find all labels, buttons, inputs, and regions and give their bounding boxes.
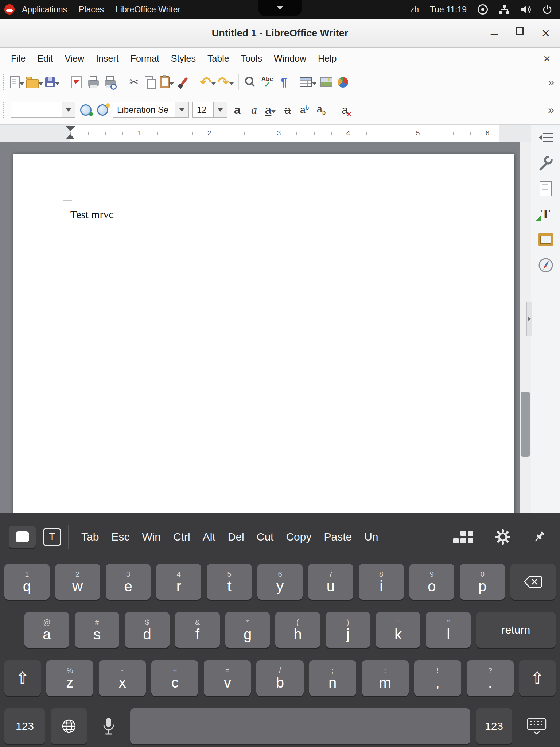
top-bar-dropdown[interactable] — [258, 0, 302, 16]
print-button[interactable] — [85, 72, 101, 92]
backspace-key[interactable] — [510, 564, 556, 600]
key-o[interactable]: 9o — [409, 564, 455, 600]
shift-key-left[interactable]: ⇧ — [4, 660, 41, 696]
key-d[interactable]: $d — [125, 612, 170, 648]
extra-key-copy[interactable]: Copy — [280, 531, 318, 543]
horizontal-ruler[interactable]: L 1 2 3 4 5 6 — [0, 125, 531, 142]
key-u[interactable]: 7u — [308, 564, 353, 600]
places-menu[interactable]: Places — [73, 0, 110, 19]
close-button[interactable]: × — [542, 26, 550, 40]
input-layout-indicator[interactable]: zh — [410, 5, 419, 15]
spelling-button[interactable]: Abc ✓ — [259, 72, 275, 92]
volume-icon[interactable] — [521, 5, 532, 14]
copy-button[interactable] — [143, 72, 159, 92]
extra-key-undo[interactable]: Un — [358, 531, 384, 543]
left-indent-marker[interactable] — [66, 134, 75, 139]
menu-view[interactable]: View — [59, 51, 90, 66]
numbers-key-right[interactable]: 123 — [476, 708, 512, 744]
scrollbar-thumb[interactable] — [521, 392, 530, 457]
sidebar-properties-button[interactable] — [536, 153, 556, 173]
menu-help[interactable]: Help — [312, 51, 342, 66]
insert-chart-button[interactable] — [335, 72, 351, 92]
menu-table[interactable]: Table — [202, 51, 235, 66]
insert-table-button[interactable] — [300, 72, 318, 92]
extra-key-ctrl[interactable]: Ctrl — [167, 531, 197, 543]
power-icon[interactable] — [542, 5, 552, 14]
key-k[interactable]: 'k — [376, 612, 421, 648]
numbers-key-left[interactable]: 123 — [4, 708, 45, 744]
menu-format[interactable]: Format — [125, 51, 165, 66]
key-w[interactable]: 2w — [55, 564, 100, 600]
key-s[interactable]: #s — [75, 612, 120, 648]
font-size-dropdown[interactable] — [214, 102, 227, 118]
close-document-button[interactable]: × — [539, 51, 555, 66]
globe-key[interactable] — [51, 708, 87, 744]
key-v[interactable]: =v — [204, 660, 251, 696]
font-name-dropdown[interactable] — [175, 102, 189, 118]
sidebar-styles-button[interactable]: T — [536, 204, 556, 224]
extra-key-esc[interactable]: Esc — [105, 531, 136, 543]
key-j[interactable]: )j — [326, 612, 370, 648]
update-style-button[interactable] — [78, 100, 94, 120]
sidebar-gallery-button[interactable] — [536, 230, 556, 249]
key-r[interactable]: 4r — [156, 564, 201, 600]
menu-window[interactable]: Window — [268, 51, 312, 66]
sidebar-navigator-button[interactable] — [536, 255, 556, 275]
menu-styles[interactable]: Styles — [165, 51, 202, 66]
document-page[interactable]: Test mrvc — [13, 154, 514, 513]
find-replace-button[interactable] — [242, 72, 258, 92]
return-key[interactable]: return — [476, 612, 556, 648]
bold-button[interactable]: a — [229, 100, 245, 120]
pin-icon[interactable] — [532, 530, 546, 544]
extra-key-cut[interactable]: Cut — [250, 531, 280, 543]
dropdown-caret-icon[interactable] — [20, 82, 24, 88]
sidebar-collapse-handle[interactable] — [526, 302, 532, 336]
key-t[interactable]: 5t — [207, 564, 252, 600]
pointer-mode-key[interactable] — [9, 526, 36, 548]
toolbar-overflow-button[interactable]: » — [548, 104, 553, 116]
clone-formatting-button[interactable] — [176, 72, 192, 92]
gear-icon[interactable] — [495, 529, 510, 545]
menu-insert[interactable]: Insert — [90, 51, 125, 66]
extra-key-win[interactable]: Win — [136, 531, 167, 543]
key-l[interactable]: "l — [426, 612, 471, 648]
key-b[interactable]: /b — [256, 660, 303, 696]
key-z[interactable]: %z — [46, 660, 93, 696]
minimize-button[interactable]: – — [491, 31, 498, 36]
paragraph-style-combo[interactable] — [11, 101, 75, 118]
dropdown-caret-icon[interactable] — [312, 82, 316, 88]
key-a[interactable]: @a — [24, 612, 69, 648]
sidebar-page-button[interactable] — [536, 179, 556, 198]
maximize-button[interactable] — [516, 27, 524, 35]
underline-button[interactable]: a — [263, 100, 279, 120]
applications-menu[interactable]: Applications — [16, 0, 73, 19]
menu-edit[interactable]: Edit — [31, 51, 59, 66]
key-p[interactable]: 0p — [460, 564, 505, 600]
key-g[interactable]: *g — [225, 612, 270, 648]
paste-button[interactable] — [159, 72, 175, 92]
save-button[interactable] — [45, 72, 61, 92]
cut-button[interactable]: ✂ — [126, 72, 142, 92]
extra-key-tab[interactable]: Tab — [75, 531, 105, 543]
dismiss-keyboard-button[interactable] — [518, 708, 556, 744]
network-tree-icon[interactable] — [499, 4, 510, 15]
more-keys-grid-icon[interactable] — [453, 531, 473, 543]
first-line-indent-marker[interactable] — [66, 126, 75, 131]
dictation-mic-button[interactable] — [93, 708, 125, 744]
clock[interactable]: Tue 11:19 — [430, 5, 467, 15]
new-document-button[interactable] — [9, 72, 26, 92]
font-size-value[interactable]: 12 — [192, 102, 214, 118]
key-x[interactable]: -x — [99, 660, 146, 696]
italic-button[interactable]: a — [246, 100, 262, 120]
redo-button[interactable]: ↷ — [218, 72, 235, 92]
dropdown-caret-icon[interactable] — [170, 82, 174, 88]
toolbar-overflow-button[interactable]: » — [548, 76, 553, 88]
dropdown-caret-icon[interactable] — [211, 82, 216, 88]
paragraph-style-value[interactable] — [11, 102, 62, 118]
font-size-combo[interactable]: 12 — [192, 101, 227, 118]
font-name-value[interactable]: Liberation Se — [113, 102, 175, 118]
toolbar-drag-handle[interactable] — [3, 74, 6, 90]
key-f[interactable]: &f — [175, 612, 220, 648]
key-comma[interactable]: !, — [414, 660, 461, 696]
menu-tools[interactable]: Tools — [235, 51, 268, 66]
